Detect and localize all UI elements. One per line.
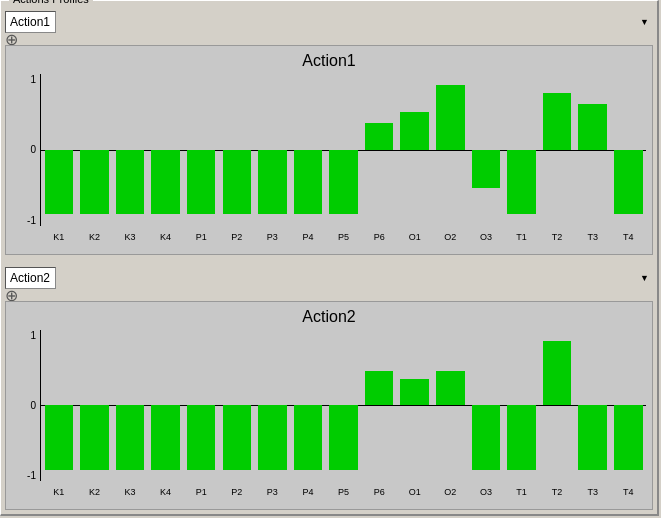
bar-group-T3: T3 [575,74,611,226]
bar-group-T2: T2 [539,330,575,482]
chart1-title: Action1 [6,46,652,70]
bar-label-P6: P6 [361,232,397,242]
bar-label-P3: P3 [255,487,291,497]
bar-group-P2: P2 [219,74,255,226]
bar-group-P1: P1 [183,330,219,482]
bar-label-K2: K2 [77,232,113,242]
bar-group-K4: K4 [148,74,184,226]
bar-label-P4: P4 [290,487,326,497]
y-label: 0 [30,400,36,411]
bar-group-T3: T3 [575,330,611,482]
chart1-y-axis: 10-1 [14,74,36,226]
bar-label-P3: P3 [255,232,291,242]
bar-P6 [365,371,393,405]
bar-group-K3: K3 [112,74,148,226]
outer-panel: Actions Profiles Action1 Action2 ⊕ Actio… [0,0,659,516]
action2-dropdown-wrapper[interactable]: Action2 Action1 [5,267,653,289]
action2-dropdown[interactable]: Action2 Action1 [5,267,56,289]
bar-group-T4: T4 [611,330,647,482]
bar-group-O2: O2 [433,74,469,226]
resize-handle-1[interactable]: ⊕ [5,35,19,45]
bar-P3 [258,405,286,469]
bar-K3 [116,405,144,469]
bar-label-K2: K2 [77,487,113,497]
bar-P2 [223,150,251,214]
action1-dropdown-wrapper[interactable]: Action1 Action2 [5,11,653,33]
action1-dropdown-row: Action1 Action2 [5,11,653,33]
bar-group-P2: P2 [219,330,255,482]
bar-label-T1: T1 [504,487,540,497]
bar-K3 [116,150,144,214]
bar-label-T2: T2 [539,487,575,497]
bar-group-P3: P3 [255,330,291,482]
bar-P6 [365,123,393,150]
bar-group-P1: P1 [183,74,219,226]
bar-K1 [45,405,73,469]
y-label: -1 [27,215,36,226]
bar-K4 [151,405,179,469]
bar-group-K2: K2 [77,330,113,482]
action1-block: Action1 Action2 ⊕ Action1 10-1K1K2K3K4P1… [5,11,653,255]
bar-group-K1: K1 [41,330,77,482]
resize-handle-2[interactable]: ⊕ [5,291,19,301]
bar-label-O3: O3 [468,487,504,497]
bar-label-T2: T2 [539,232,575,242]
bar-K2 [80,405,108,469]
bar-label-K3: K3 [112,232,148,242]
y-label: 0 [30,144,36,155]
bar-label-K1: K1 [41,487,77,497]
bar-T1 [507,405,535,469]
chart1-area: Action1 10-1K1K2K3K4P1P2P3P4P5P6O1O2O3T1… [5,45,653,255]
bar-label-O3: O3 [468,232,504,242]
bar-label-O1: O1 [397,232,433,242]
bar-label-T3: T3 [575,487,611,497]
bar-label-P1: P1 [183,232,219,242]
bar-group-T4: T4 [611,74,647,226]
y-label: -1 [27,470,36,481]
bar-label-O2: O2 [433,487,469,497]
bar-group-P6: P6 [361,74,397,226]
bar-label-T3: T3 [575,232,611,242]
bar-group-P4: P4 [290,74,326,226]
bar-O1 [400,112,428,150]
bar-label-O2: O2 [433,232,469,242]
bar-group-P5: P5 [326,74,362,226]
bar-T2 [543,341,571,405]
bar-group-O3: O3 [468,74,504,226]
bar-label-O1: O1 [397,487,433,497]
bar-label-P1: P1 [183,487,219,497]
bar-group-O3: O3 [468,330,504,482]
chart2-title: Action2 [6,302,652,326]
bar-P4 [294,405,322,469]
divider [5,259,653,263]
bar-group-K3: K3 [112,330,148,482]
bar-group-O2: O2 [433,330,469,482]
bar-P5 [329,405,357,469]
bar-label-K3: K3 [112,487,148,497]
bar-P5 [329,150,357,214]
bar-group-O1: O1 [397,330,433,482]
chart2-bars-area: K1K2K3K4P1P2P3P4P5P6O1O2O3T1T2T3T4 [41,330,646,482]
bar-label-P4: P4 [290,232,326,242]
bar-label-K4: K4 [148,487,184,497]
bar-label-P5: P5 [326,232,362,242]
bar-K1 [45,150,73,214]
bar-group-T1: T1 [504,74,540,226]
bar-label-P2: P2 [219,232,255,242]
bar-O2 [436,85,464,149]
action1-dropdown[interactable]: Action1 Action2 [5,11,56,33]
bar-T3 [578,104,606,149]
bar-group-P5: P5 [326,330,362,482]
bar-group-O1: O1 [397,74,433,226]
y-label: 1 [30,330,36,341]
bar-O3 [472,405,500,469]
y-label: 1 [30,74,36,85]
bar-group-T1: T1 [504,330,540,482]
bar-O3 [472,150,500,188]
action2-dropdown-row: Action2 Action1 [5,267,653,289]
bar-label-T4: T4 [611,487,647,497]
bar-group-T2: T2 [539,74,575,226]
bar-T3 [578,405,606,469]
panel-title: Actions Profiles [9,0,93,5]
bar-K4 [151,150,179,214]
